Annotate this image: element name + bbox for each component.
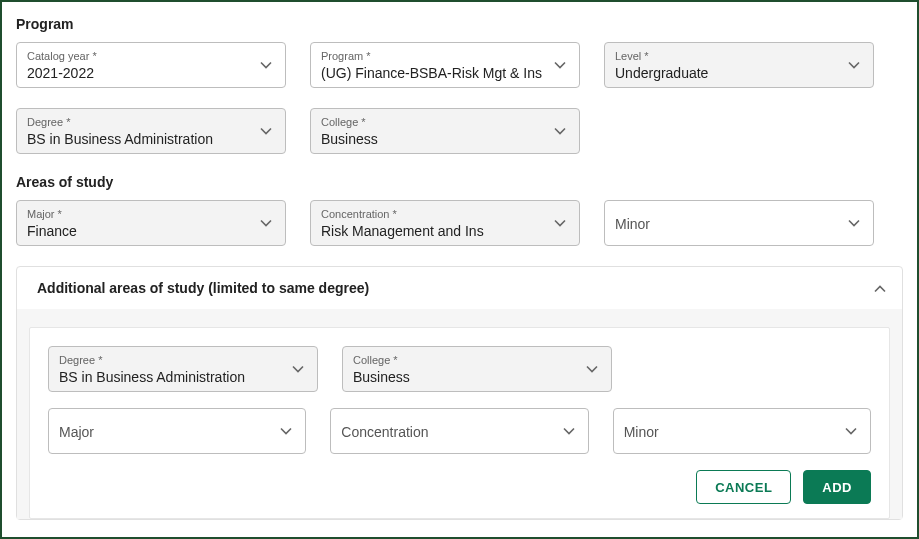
- additional-college-select[interactable]: College * Business: [342, 346, 612, 392]
- catalog-year-label: Catalog year *: [27, 50, 249, 63]
- catalog-year-select[interactable]: Catalog year * 2021-2022: [16, 42, 286, 88]
- college-select[interactable]: College * Business: [310, 108, 580, 154]
- additional-areas-body: Degree * BS in Business Administration C…: [17, 309, 902, 519]
- chevron-down-icon: [844, 424, 858, 438]
- program-select[interactable]: Program * (UG) Finance-BSBA-Risk Mgt & I…: [310, 42, 580, 88]
- level-label: Level *: [615, 50, 837, 63]
- chevron-down-icon: [585, 362, 599, 376]
- major-value: Finance: [27, 223, 249, 240]
- degree-select[interactable]: Degree * BS in Business Administration: [16, 108, 286, 154]
- concentration-select[interactable]: Concentration * Risk Management and Ins: [310, 200, 580, 246]
- additional-minor-placeholder: Minor: [624, 424, 834, 441]
- chevron-down-icon: [553, 58, 567, 72]
- additional-minor-select[interactable]: Minor: [613, 408, 871, 454]
- program-value: (UG) Finance-BSBA-Risk Mgt & Ins: [321, 65, 543, 82]
- chevron-down-icon: [259, 58, 273, 72]
- additional-major-placeholder: Major: [59, 424, 269, 441]
- chevron-down-icon: [847, 58, 861, 72]
- college-label: College *: [321, 116, 543, 129]
- chevron-down-icon: [847, 216, 861, 230]
- major-label: Major *: [27, 208, 249, 221]
- chevron-down-icon: [291, 362, 305, 376]
- catalog-year-value: 2021-2022: [27, 65, 249, 82]
- concentration-value: Risk Management and Ins: [321, 223, 543, 240]
- additional-degree-value: BS in Business Administration: [59, 369, 281, 386]
- additional-concentration-select[interactable]: Concentration: [330, 408, 588, 454]
- chevron-down-icon: [259, 124, 273, 138]
- additional-areas-toggle[interactable]: Additional areas of study (limited to sa…: [17, 267, 902, 309]
- college-value: Business: [321, 131, 543, 148]
- chevron-down-icon: [553, 124, 567, 138]
- additional-degree-label: Degree *: [59, 354, 281, 367]
- additional-major-select[interactable]: Major: [48, 408, 306, 454]
- areas-section-title: Areas of study: [16, 174, 903, 190]
- chevron-down-icon: [259, 216, 273, 230]
- degree-label: Degree *: [27, 116, 249, 129]
- additional-college-value: Business: [353, 369, 575, 386]
- chevron-down-icon: [562, 424, 576, 438]
- additional-areas-title: Additional areas of study (limited to sa…: [37, 280, 369, 296]
- degree-value: BS in Business Administration: [27, 131, 249, 148]
- level-select[interactable]: Level * Undergraduate: [604, 42, 874, 88]
- chevron-up-icon: [874, 279, 886, 297]
- major-select[interactable]: Major * Finance: [16, 200, 286, 246]
- additional-concentration-placeholder: Concentration: [341, 424, 551, 441]
- program-section-title: Program: [16, 16, 903, 32]
- cancel-button[interactable]: CANCEL: [696, 470, 791, 504]
- add-button[interactable]: ADD: [803, 470, 871, 504]
- minor-placeholder: Minor: [615, 216, 837, 233]
- minor-select[interactable]: Minor: [604, 200, 874, 246]
- level-value: Undergraduate: [615, 65, 837, 82]
- chevron-down-icon: [279, 424, 293, 438]
- additional-degree-select[interactable]: Degree * BS in Business Administration: [48, 346, 318, 392]
- program-label: Program *: [321, 50, 543, 63]
- concentration-label: Concentration *: [321, 208, 543, 221]
- additional-areas-panel: Additional areas of study (limited to sa…: [16, 266, 903, 520]
- chevron-down-icon: [553, 216, 567, 230]
- additional-college-label: College *: [353, 354, 575, 367]
- additional-areas-card: Degree * BS in Business Administration C…: [29, 327, 890, 519]
